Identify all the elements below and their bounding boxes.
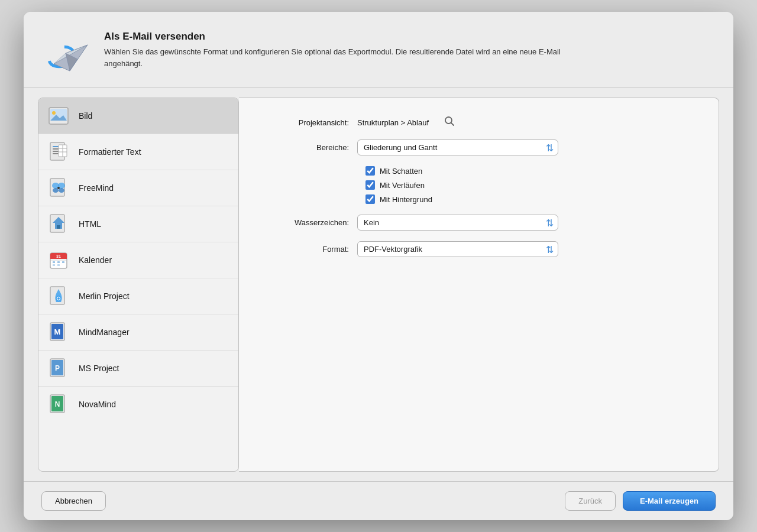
sidebar-item-freemind-label: FreeMind [79, 183, 114, 193]
checkbox-group: Mit Schatten Mit Verläufen Mit Hintergru… [365, 166, 695, 204]
dialog-footer: Abbrechen Zurück E-Mail erzeugen [24, 481, 733, 520]
dialog-header: Als E-Mail versenden Wählen Sie das gewü… [24, 12, 733, 88]
search-button[interactable] [444, 116, 455, 129]
svg-text:P: P [55, 364, 60, 372]
svg-text:N: N [55, 400, 60, 408]
sidebar-item-html-label: HTML [79, 219, 101, 229]
cancel-button[interactable]: Abbrechen [41, 491, 106, 511]
svg-rect-35 [57, 261, 60, 263]
dialog-title: Als E-Mail versenden [104, 31, 589, 43]
format-value-wrapper: PDF-Vektorgrafik PNG JPEG TIFF ⇅ [357, 241, 695, 257]
svg-point-41 [57, 297, 60, 300]
sidebar-item-bild-label: Bild [79, 111, 92, 121]
projektansicht-row: Projektansicht: Strukturplan > Ablauf [263, 116, 695, 129]
svg-line-52 [451, 123, 454, 125]
svg-rect-38 [57, 264, 60, 266]
format-label: Format: [263, 245, 357, 254]
sidebar-item-ms-project-label: MS Project [79, 364, 119, 373]
html-icon [47, 212, 70, 236]
ms-project-icon: P [47, 356, 70, 380]
bereiche-value-wrapper: Gliederung und Gantt Nur Gliederung Nur … [357, 140, 695, 155]
sidebar-item-bild[interactable]: Bild [38, 98, 238, 134]
format-select[interactable]: PDF-Vektorgrafik PNG JPEG TIFF [357, 241, 558, 257]
back-button[interactable]: Zurück [565, 491, 616, 511]
wasserzeichen-label: Wasserzeichen: [263, 218, 357, 227]
sidebar-item-kalender[interactable]: 31 Kalender [38, 242, 238, 278]
freemind-icon [47, 176, 70, 200]
projektansicht-value-wrapper: Strukturplan > Ablauf [357, 116, 695, 129]
mindmanager-icon: M [47, 320, 70, 344]
verlaeufen-label: Mit Verläufen [380, 181, 425, 190]
hintergrund-row: Mit Hintergrund [365, 194, 695, 204]
svg-text:M: M [54, 327, 61, 336]
svg-rect-28 [57, 225, 60, 229]
wasserzeichen-select[interactable]: Kein Entwurf Vertraulich [357, 215, 558, 231]
projektansicht-value: Strukturplan > Ablauf [357, 118, 429, 127]
sidebar-item-novamind[interactable]: N NovaMind [38, 387, 238, 422]
verlaeufen-checkbox[interactable] [365, 180, 375, 190]
novamind-icon: N [47, 392, 70, 416]
hintergrund-checkbox[interactable] [365, 194, 375, 204]
sidebar-item-ms-project[interactable]: P MS Project [38, 351, 238, 387]
bereiche-select[interactable]: Gliederung und Gantt Nur Gliederung Nur … [357, 140, 558, 155]
verlaeufen-row: Mit Verläufen [365, 180, 695, 190]
footer-right: Zurück E-Mail erzeugen [565, 491, 716, 511]
svg-point-25 [57, 187, 60, 189]
sidebar: Bild [38, 98, 239, 472]
svg-point-8 [52, 111, 56, 115]
header-icon [45, 28, 92, 76]
svg-rect-34 [53, 261, 55, 263]
format-select-wrapper: PDF-Vektorgrafik PNG JPEG TIFF ⇅ [357, 241, 558, 257]
dialog: Als E-Mail versenden Wählen Sie das gewü… [24, 12, 733, 520]
dialog-body: Bild [24, 88, 733, 481]
sidebar-item-html[interactable]: HTML [38, 206, 238, 242]
header-text: Als E-Mail versenden Wählen Sie das gewü… [104, 28, 589, 69]
merlin-project-icon [47, 284, 70, 308]
wasserzeichen-select-wrapper: Kein Entwurf Vertraulich ⇅ [357, 215, 558, 231]
format-row: Format: PDF-Vektorgrafik PNG JPEG TIFF ⇅ [263, 241, 695, 257]
svg-text:31: 31 [56, 254, 61, 258]
kalender-icon: 31 [47, 248, 70, 272]
sidebar-item-formatierter-text-label: Formatierter Text [79, 147, 141, 157]
dialog-description: Wählen Sie das gewünschte Format und kon… [104, 46, 589, 69]
svg-rect-36 [62, 261, 64, 263]
schatten-checkbox[interactable] [365, 166, 375, 176]
projektansicht-label: Projektansicht: [263, 118, 357, 127]
schatten-row: Mit Schatten [365, 166, 695, 176]
wasserzeichen-value-wrapper: Kein Entwurf Vertraulich ⇅ [357, 215, 695, 231]
bereiche-row: Bereiche: Gliederung und Gantt Nur Glied… [263, 140, 695, 155]
sidebar-item-formatierter-text[interactable]: Formatierter Text [38, 134, 238, 170]
sidebar-item-kalender-label: Kalender [79, 255, 112, 265]
schatten-label: Mit Schatten [380, 167, 422, 176]
sidebar-item-merlin-project-label: Merlin Project [79, 291, 130, 301]
sidebar-item-novamind-label: NovaMind [79, 400, 116, 409]
svg-rect-37 [53, 264, 55, 266]
svg-rect-15 [53, 153, 59, 154]
wasserzeichen-row: Wasserzeichen: Kein Entwurf Vertraulich … [263, 215, 695, 231]
sidebar-item-mindmanager-label: MindManager [79, 327, 130, 337]
bereiche-label: Bereiche: [263, 143, 357, 152]
formatierter-text-icon [47, 140, 70, 164]
sidebar-item-freemind[interactable]: FreeMind [38, 170, 238, 206]
hintergrund-label: Mit Hintergrund [380, 195, 432, 204]
sidebar-item-merlin-project[interactable]: Merlin Project [38, 278, 238, 314]
bereiche-select-wrapper: Gliederung und Gantt Nur Gliederung Nur … [357, 140, 558, 155]
main-content: Projektansicht: Strukturplan > Ablauf Be… [239, 98, 719, 472]
bild-icon [47, 104, 70, 128]
sidebar-item-mindmanager[interactable]: M MindManager [38, 314, 238, 351]
email-erzeugen-button[interactable]: E-Mail erzeugen [623, 491, 716, 511]
svg-point-51 [445, 117, 452, 124]
